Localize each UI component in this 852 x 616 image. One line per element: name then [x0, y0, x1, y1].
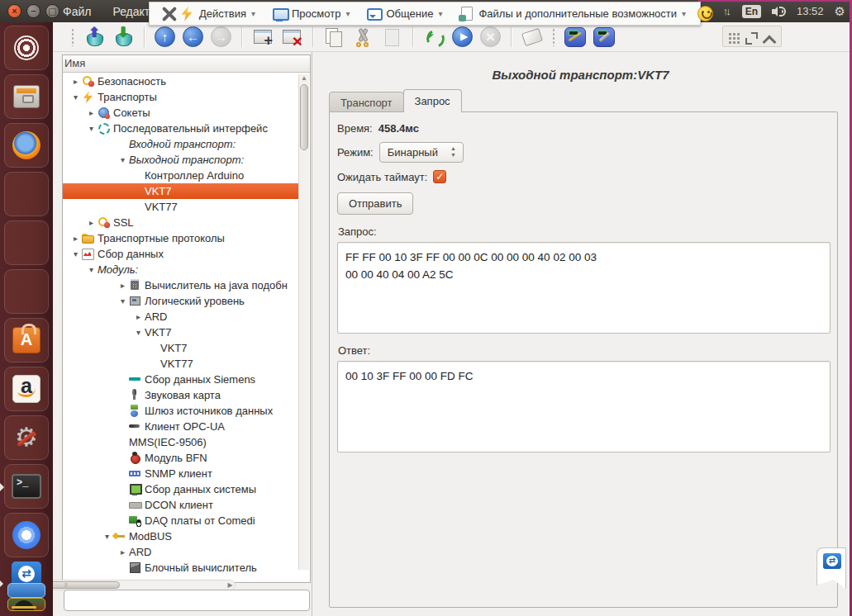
- tree-item[interactable]: ▸Вычислитель на java подобн: [63, 277, 298, 293]
- tree-item[interactable]: VKT7: [63, 183, 298, 199]
- tree-item[interactable]: ▾Выходной транспорт:: [63, 152, 298, 168]
- tree-item[interactable]: ▸SSL: [63, 215, 298, 230]
- smiley-icon[interactable]: [697, 6, 713, 21]
- timeout-checkbox[interactable]: ✓: [433, 170, 446, 183]
- tree-vertical-scrollbar[interactable]: ▲: [298, 74, 309, 570]
- tree-item[interactable]: ▸ARD: [63, 544, 298, 560]
- launcher-item-teamviewer-stack[interactable]: [4, 562, 49, 611]
- nav-up-icon[interactable]: ↑: [155, 26, 175, 47]
- db-export-icon[interactable]: [83, 26, 105, 48]
- cut-icon[interactable]: [352, 26, 374, 48]
- updown-indicator-icon[interactable]: ↑↓: [723, 5, 731, 17]
- launcher-item-libreoffice-calc[interactable]: [4, 220, 49, 265]
- tree-item[interactable]: ▾Последовательный интерфейс: [63, 121, 298, 136]
- launcher-item-amazon[interactable]: [4, 367, 49, 411]
- tree-item[interactable]: Блочный вычислитель: [63, 560, 298, 576]
- expander-icon[interactable]: ▾: [117, 296, 129, 306]
- scroll-right-icon[interactable]: ▶: [226, 581, 235, 589]
- vscroll-thumb[interactable]: [300, 84, 308, 150]
- session-gear-icon[interactable]: ⚙: [835, 4, 845, 19]
- instrument-edit-icon[interactable]: [564, 27, 586, 47]
- launcher-item-software-center[interactable]: [4, 318, 49, 362]
- actionbar-menu-communication[interactable]: Общение▾: [361, 4, 447, 24]
- tree-column-header[interactable]: Имя: [63, 55, 310, 73]
- toolbar-grip-handle[interactable]: [71, 28, 74, 46]
- expander-icon[interactable]: ▾: [69, 249, 82, 258]
- tree-item[interactable]: VKT7: [63, 340, 298, 356]
- menubar-item[interactable]: Файл: [63, 5, 91, 18]
- volume-icon[interactable]: [772, 6, 786, 17]
- window-close-button[interactable]: ×: [7, 4, 21, 18]
- tree-item[interactable]: VKT77: [63, 199, 298, 215]
- tree-item[interactable]: DCON клиент: [63, 497, 298, 513]
- tree-search-input[interactable]: [64, 590, 310, 611]
- tree-item[interactable]: Шлюз источников данных: [63, 403, 298, 419]
- response-textarea[interactable]: 00 10 3F FF 00 00 FD FC: [337, 361, 831, 453]
- expander-icon[interactable]: ▸: [69, 234, 82, 243]
- tree-item[interactable]: DAQ платы от Comedi: [63, 513, 298, 528]
- tree-item[interactable]: VKT77: [63, 356, 298, 372]
- expander-icon[interactable]: ▾: [85, 124, 98, 133]
- tree-item[interactable]: MMS(IEC-9506): [63, 434, 298, 450]
- db-import-icon[interactable]: [112, 26, 134, 48]
- send-button[interactable]: Отправить: [337, 192, 413, 215]
- tree-item[interactable]: ▸Сокеты: [63, 105, 298, 121]
- expander-icon[interactable]: ▾: [117, 155, 129, 164]
- actionbar-menu-files-extras[interactable]: Файлы и дополнительные возможности▾: [454, 4, 691, 24]
- tree-item[interactable]: ▾VKT7: [63, 325, 298, 340]
- launcher-item-file-manager[interactable]: [4, 74, 49, 119]
- tree-item[interactable]: ▾Транспорты: [63, 89, 298, 105]
- tree-item[interactable]: ▸ARD: [63, 309, 298, 325]
- launcher-item-libreoffice-writer[interactable]: [4, 172, 49, 216]
- tree-item[interactable]: ▾Логический уровень: [63, 293, 298, 309]
- delete-item-icon[interactable]: [281, 26, 302, 48]
- launcher-item-terminal[interactable]: >_: [4, 464, 49, 509]
- request-textarea[interactable]: FF FF 00 10 3F FF 00 00 0C 00 00 00 40 0…: [337, 242, 831, 334]
- tree-item[interactable]: Контроллер Arduino: [63, 168, 298, 183]
- tree-item[interactable]: Сбор данных Siemens: [63, 372, 298, 387]
- scroll-up-icon[interactable]: ▲: [299, 74, 309, 84]
- tree-item[interactable]: SNMP клиент: [63, 466, 298, 481]
- expander-icon[interactable]: ▸: [132, 312, 145, 321]
- copy-icon[interactable]: [323, 26, 345, 48]
- expander-icon[interactable]: ▸: [117, 281, 129, 290]
- actionbar-menu-actions[interactable]: Действия▾: [174, 4, 260, 24]
- tab-request[interactable]: Запрос: [403, 89, 462, 112]
- tree-item[interactable]: Модуль BFN: [63, 450, 298, 466]
- tree-item[interactable]: Сбор данных системы: [63, 481, 298, 497]
- tree-item[interactable]: Входной транспорт:: [63, 136, 298, 152]
- expander-icon[interactable]: ▾: [101, 532, 113, 541]
- expander-icon[interactable]: ▸: [117, 547, 129, 557]
- expander-icon[interactable]: ▸: [85, 108, 98, 117]
- instrument-tools-icon[interactable]: [593, 27, 615, 47]
- expander-icon[interactable]: ▸: [85, 218, 98, 227]
- spinner-arrows-icon[interactable]: ▲▼: [450, 145, 456, 159]
- tree-item[interactable]: ▸Безопасность: [63, 73, 298, 89]
- tree-item[interactable]: Клиент OPC-UA: [63, 419, 298, 434]
- window-minimize-button[interactable]: –: [26, 4, 40, 18]
- actionbar-menu-view[interactable]: Просмотр▾: [267, 4, 355, 24]
- collapse-up-icon[interactable]: [763, 35, 776, 45]
- expander-icon[interactable]: ▾: [132, 328, 145, 337]
- keyboard-layout-indicator[interactable]: En: [742, 5, 761, 18]
- launcher-item-libreoffice-impress[interactable]: [4, 269, 49, 314]
- tree-item[interactable]: ▸Транспортные протоколы: [63, 230, 298, 246]
- clock[interactable]: 13:52: [797, 5, 824, 17]
- tree-item[interactable]: Звуковая карта: [63, 387, 298, 403]
- eraser-icon[interactable]: [521, 26, 543, 48]
- run-icon[interactable]: [452, 26, 473, 47]
- window-maximize-button[interactable]: ▢: [45, 4, 59, 18]
- tree-item[interactable]: ▾ModBUS: [63, 528, 298, 544]
- launcher-item-system-settings[interactable]: ⚙: [4, 415, 49, 460]
- tree-item[interactable]: ▾Сбор данных: [63, 246, 298, 262]
- mode-select[interactable]: Бинарный ▲▼: [379, 142, 464, 163]
- grid-view-icon[interactable]: [728, 32, 740, 45]
- tab-transport[interactable]: Транспорт: [329, 92, 404, 112]
- expander-icon[interactable]: ▾: [85, 265, 98, 274]
- launcher-item-dash-home[interactable]: [4, 26, 49, 70]
- add-item-icon[interactable]: [252, 26, 274, 48]
- launcher-item-firefox[interactable]: [4, 123, 49, 168]
- launcher-item-chromium[interactable]: [4, 513, 49, 557]
- expander-icon[interactable]: ▾: [69, 92, 82, 102]
- expander-icon[interactable]: ▸: [69, 77, 82, 86]
